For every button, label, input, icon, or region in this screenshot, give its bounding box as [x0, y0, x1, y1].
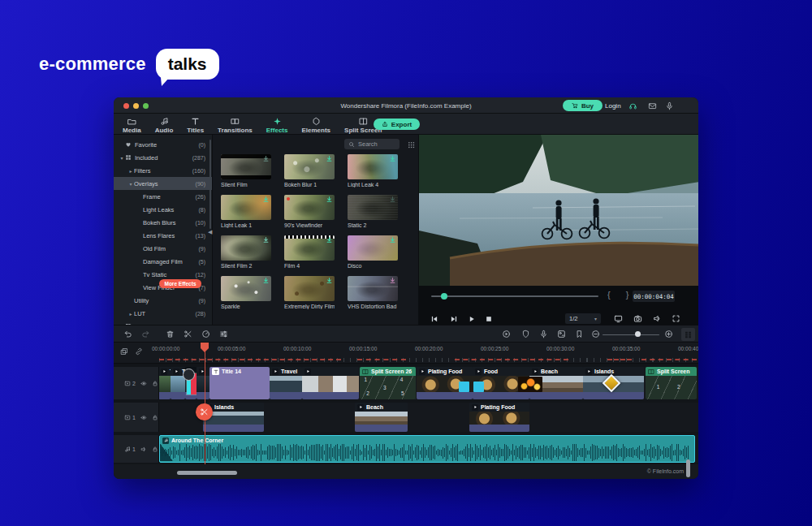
effect-thumbnail[interactable] [284, 154, 335, 179]
timeline-zoom-handle[interactable] [635, 331, 641, 337]
add-marker-icon[interactable] [575, 330, 584, 338]
speaker-icon[interactable] [140, 446, 147, 453]
sidebar-item-old-film[interactable]: Old Film(9) [114, 242, 212, 255]
timeline-clip-beach[interactable]: Beach [355, 403, 408, 432]
download-icon[interactable] [262, 155, 270, 162]
sidebar-item-lut[interactable]: ▸LUT(28) [114, 307, 212, 320]
timeline-clip-plating-food[interactable]: Plating Food [469, 403, 529, 432]
audio-mixer-icon[interactable] [557, 330, 566, 338]
delete-icon[interactable] [166, 330, 175, 338]
effect-item[interactable]: Static 2 [348, 195, 398, 228]
effect-thumbnail[interactable] [221, 195, 271, 220]
link-clips-icon[interactable] [135, 347, 143, 356]
login-button[interactable]: Login [605, 102, 621, 110]
tab-audio[interactable]: Audio [154, 115, 175, 137]
download-icon[interactable] [326, 196, 333, 203]
sidebar-item-overlays[interactable]: ▾Overlays(90) [114, 177, 212, 190]
grid-view-icon[interactable] [408, 141, 415, 149]
download-icon[interactable] [389, 236, 396, 244]
tab-titles[interactable]: Titles [186, 115, 205, 137]
preview-scrubber-handle[interactable] [441, 293, 447, 300]
effect-thumbnail[interactable] [284, 195, 335, 220]
download-icon[interactable] [262, 236, 270, 244]
timeline-clip-travel[interactable]: Travel [270, 367, 302, 399]
timeline-clip[interactable] [197, 367, 209, 399]
preview-video[interactable] [419, 135, 698, 286]
timeline-clip-split-screen[interactable]: Split Screen12 [646, 367, 697, 399]
download-icon[interactable] [326, 236, 333, 244]
effect-item[interactable]: Disco [348, 235, 398, 269]
horizontal-scrollbar[interactable] [177, 471, 237, 475]
effect-thumbnail[interactable] [221, 154, 271, 179]
adjust-sliders-icon[interactable] [219, 330, 228, 338]
effect-item[interactable]: Sparkle [221, 276, 271, 309]
timeline-clip-islands[interactable]: Islands [203, 403, 264, 432]
sidebar-item-included[interactable]: ▾Included(287) [114, 151, 212, 164]
sidebar-item-bokeh-blurs[interactable]: Bokeh Blurs(10) [114, 216, 212, 229]
redo-icon[interactable] [141, 330, 150, 338]
effect-item[interactable]: 90's Viewfinder [284, 195, 335, 228]
zoom-out-icon[interactable] [591, 330, 600, 338]
cut-scissors-badge[interactable] [196, 403, 213, 420]
transition-badge[interactable] [183, 369, 195, 381]
tab-media[interactable]: Media [122, 115, 142, 137]
effect-thumbnail[interactable] [221, 276, 271, 301]
buy-button[interactable]: Buy [563, 100, 603, 111]
tab-transitions[interactable]: Transitions [217, 115, 253, 137]
color-clip[interactable] [459, 382, 469, 392]
tab-elements[interactable]: Elements [300, 115, 331, 137]
effect-thumbnail[interactable] [348, 235, 398, 261]
split-scissors-icon[interactable] [184, 330, 192, 338]
lock-icon[interactable] [152, 414, 158, 421]
effect-item[interactable]: Bokeh Blur 1 [284, 154, 335, 188]
marker-shield-icon[interactable] [521, 330, 530, 338]
effect-item[interactable]: Silent Film 2 [221, 235, 271, 269]
playback-speed-dropdown[interactable]: 1/2 ▾ [565, 313, 601, 324]
tab-effects[interactable]: Effects [266, 115, 289, 137]
effect-thumbnail[interactable] [284, 276, 335, 301]
voiceover-mic-icon[interactable] [539, 330, 548, 338]
effect-item[interactable]: Film 4 [284, 235, 335, 269]
lock-icon[interactable] [152, 380, 158, 387]
download-icon[interactable] [262, 196, 270, 203]
microphone-icon[interactable] [665, 101, 674, 110]
download-icon[interactable] [326, 155, 333, 162]
sidebar-scrollbar[interactable] [209, 140, 211, 229]
search-input[interactable] [358, 140, 395, 148]
download-icon[interactable] [389, 196, 396, 203]
sidebar-item-light-leaks[interactable]: Light Leaks(8) [114, 203, 212, 216]
timeline-clip[interactable] [302, 367, 359, 399]
sidebar-item-lens-flares[interactable]: Lens Flares(13) [114, 229, 212, 242]
timeline-zoom-slider[interactable] [603, 334, 659, 336]
timeline-clip-around-the-corner[interactable]: Around The Corner [159, 435, 695, 463]
effect-item[interactable]: Extremely Dirty Film [284, 276, 335, 309]
effect-thumbnail[interactable] [348, 276, 398, 301]
sidebar-item-utility[interactable]: Utility(9) [114, 294, 212, 307]
export-button[interactable]: Export [374, 119, 420, 130]
manage-tracks-icon[interactable] [120, 347, 128, 356]
fire-effect-clip[interactable] [518, 377, 542, 392]
effect-item[interactable]: VHS Distortion Bad [348, 276, 398, 309]
display-device-icon[interactable] [614, 314, 623, 323]
effect-item[interactable]: Light Leak 4 [348, 154, 398, 188]
vertical-scrollbar[interactable] [686, 459, 690, 477]
mark-in-out-icon[interactable]: { } [607, 290, 635, 300]
support-headset-icon[interactable] [628, 101, 637, 110]
snapshot-camera-icon[interactable] [633, 314, 642, 323]
effect-thumbnail[interactable] [221, 235, 271, 261]
fullscreen-icon[interactable] [672, 314, 680, 323]
stop-icon[interactable] [485, 315, 493, 323]
zoom-fit-icon[interactable] [664, 330, 673, 338]
undo-icon[interactable] [123, 330, 132, 338]
play-icon[interactable] [468, 315, 476, 323]
effect-thumbnail[interactable] [284, 235, 335, 261]
more-effects-button[interactable]: More Effects [159, 279, 201, 288]
eye-icon[interactable] [140, 414, 147, 421]
search-box[interactable] [344, 139, 400, 149]
volume-icon[interactable] [653, 314, 662, 323]
speed-icon[interactable] [201, 330, 210, 338]
previous-frame-icon[interactable] [430, 315, 438, 323]
effect-thumbnail[interactable] [348, 195, 398, 220]
effect-item[interactable]: Light Leak 1 [221, 195, 271, 228]
download-icon[interactable] [262, 277, 270, 284]
